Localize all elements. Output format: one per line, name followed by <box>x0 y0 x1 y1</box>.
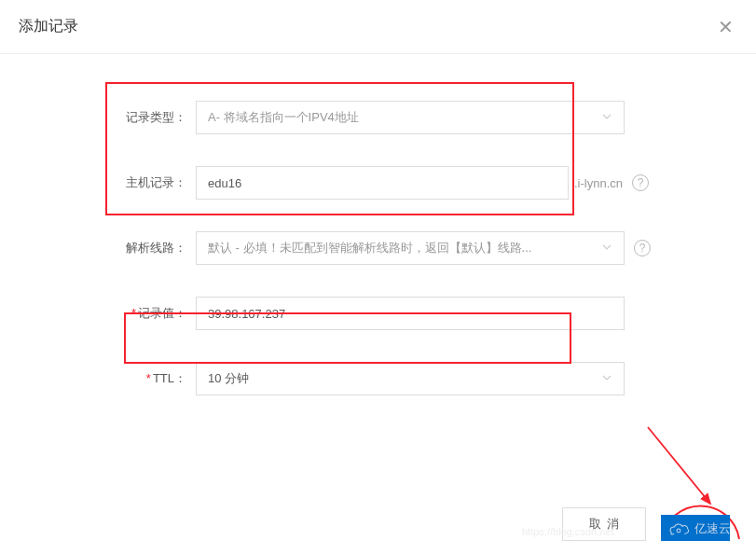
field-host-record: .i-lynn.cn ? <box>196 166 649 200</box>
row-host-record: 主机记录： .i-lynn.cn ? <box>28 166 728 200</box>
field-line: 默认 - 必填！未匹配到智能解析线路时，返回【默认】线路... ? <box>196 231 651 265</box>
field-record-value <box>196 297 625 330</box>
field-ttl: 10 分钟 <box>196 362 625 395</box>
label-ttl: TTL： <box>28 370 196 387</box>
row-record-type: 记录类型： A- 将域名指向一个IPV4地址 <box>28 91 728 134</box>
select-line-value: 默认 - 必填！未匹配到智能解析线路时，返回【默认】线路... <box>208 240 531 256</box>
label-record-type: 记录类型： <box>28 109 196 126</box>
label-record-value: 记录值： <box>28 305 196 322</box>
close-icon[interactable]: ✕ <box>718 18 734 36</box>
confirm-button[interactable] <box>661 515 730 541</box>
select-ttl[interactable]: 10 分钟 <box>196 362 625 395</box>
chevron-down-icon <box>601 372 612 386</box>
input-host-record-wrap <box>196 166 569 200</box>
footer: 取消 <box>562 507 730 541</box>
chevron-down-icon <box>601 111 612 125</box>
select-ttl-value: 10 分钟 <box>208 370 249 387</box>
select-record-type[interactable]: A- 将域名指向一个IPV4地址 <box>196 101 625 134</box>
row-record-value: 记录值： <box>28 297 728 330</box>
label-host-record: 主机记录： <box>28 174 196 191</box>
help-icon[interactable]: ? <box>632 174 649 191</box>
domain-suffix: .i-lynn.cn <box>574 176 623 190</box>
select-record-type-value: A- 将域名指向一个IPV4地址 <box>208 109 359 126</box>
input-record-value-wrap <box>196 297 625 330</box>
field-record-type: A- 将域名指向一个IPV4地址 <box>196 101 625 134</box>
select-line[interactable]: 默认 - 必填！未匹配到智能解析线路时，返回【默认】线路... <box>196 231 625 265</box>
row-ttl: TTL： 10 分钟 <box>28 362 728 395</box>
help-icon[interactable]: ? <box>634 240 651 256</box>
modal-title: 添加记录 <box>19 17 78 36</box>
modal-header: 添加记录 ✕ <box>0 0 756 54</box>
form-area: 记录类型： A- 将域名指向一个IPV4地址 主机记录： .i-lynn.cn … <box>0 54 756 446</box>
label-line: 解析线路： <box>28 240 196 256</box>
input-record-value[interactable] <box>208 298 612 329</box>
cancel-button[interactable]: 取消 <box>562 507 646 541</box>
input-host-record[interactable] <box>208 167 557 199</box>
row-line: 解析线路： 默认 - 必填！未匹配到智能解析线路时，返回【默认】线路... ? <box>28 231 728 265</box>
chevron-down-icon <box>601 242 612 256</box>
